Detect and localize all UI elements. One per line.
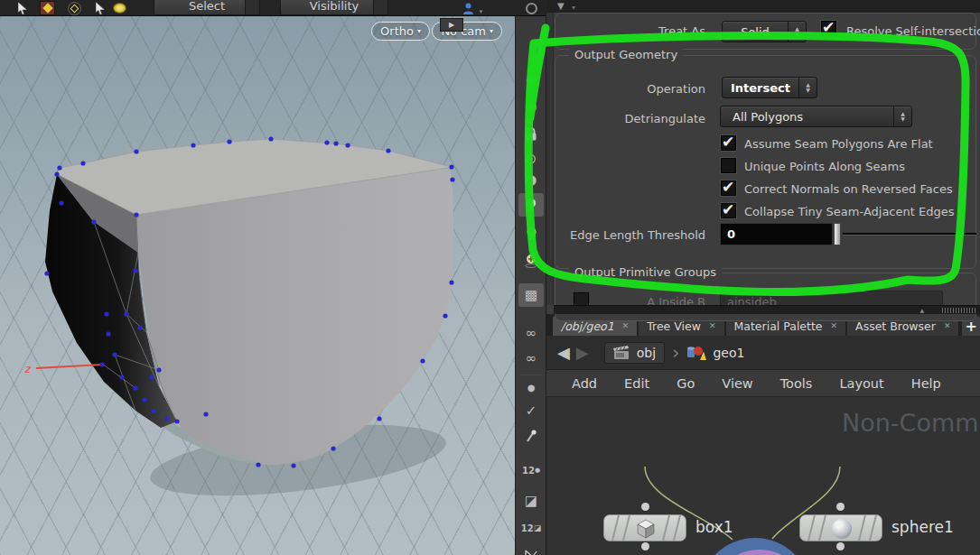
operation-dropdown[interactable]: Intersect ▲▼ [722,77,817,98]
pane-menu-small-icon[interactable]: ▾ [572,4,575,12]
add-visualizer-icon[interactable] [518,249,544,273]
collapse-tiny-edges-checkbox[interactable]: ✔ [721,203,736,218]
radial-menu-icon[interactable] [524,1,539,15]
display-points-icon[interactable]: ● [518,375,544,399]
select-mode-label: Select [189,0,225,13]
edge-length-threshold-label: Edge Length Threshold [555,228,705,242]
network-path-bar: ◀ ▶ obj › geo1 [546,336,980,370]
close-icon[interactable]: ✕ [831,321,838,330]
sphere-icon [832,519,852,539]
detriangulate-value: All Polygons [721,110,893,124]
camera-dropdown-icon: ▾ [490,27,493,35]
check-icon: ✔ [722,178,734,196]
select-mode-arrow [245,0,259,14]
boolean-mesh: z [0,16,515,555]
add-light-icon[interactable] [518,222,544,245]
network-editor-pane: /obj/geo1 ✕ Tree View ✕ Material Palette… [546,314,980,555]
ortho-view-button[interactable]: Ortho ▾ [371,22,430,41]
menu-tools[interactable]: Tools [767,376,826,391]
back-arrow-icon[interactable]: ◀ [557,343,570,362]
axis-z-label: z [24,363,32,375]
param-horizontal-scrollbar[interactable]: ▲ [554,305,980,314]
display-prims-icon[interactable]: ◪ [518,489,544,513]
ortho-dropdown-icon: ▾ [417,27,421,35]
point-numbers-icon[interactable]: 12● [518,458,544,482]
select-mode-dropdown[interactable]: Select [154,0,260,15]
treat-as-dropdown[interactable]: Solid ▲▼ [722,21,807,42]
scrollbar-arrow-icon[interactable]: ▲ [919,307,924,313]
close-icon[interactable]: ✕ [944,321,951,330]
menu-go[interactable]: Go [663,376,708,391]
select-cursor-icon[interactable] [14,1,30,15]
detriangulate-dropdown[interactable]: All Polygons ▲▼ [720,106,912,127]
lock-icon[interactable] [518,122,544,145]
breadcrumb-obj[interactable]: obj [604,342,665,364]
operation-label: Operation [555,82,705,96]
display-options-toolbar: ◈ ◉ ⊙ ◑ ▩ ∞ ∞ ● ✓ 12● ◪ 12◪ [515,16,546,555]
assume-seam-polygons-checkbox[interactable]: ✔ [721,135,736,151]
ortho-label: Ortho [380,24,414,38]
display-normals-icon[interactable] [518,424,544,448]
display-options-icon[interactable]: ▩ [518,283,544,307]
forward-arrow-icon[interactable]: ▶ [576,343,589,362]
node-box1[interactable] [603,514,686,541]
pane-expand-button[interactable]: ▶ [440,18,463,32]
detriangulate-spinner[interactable]: ▲▼ [893,106,911,126]
lighting-icon[interactable] [518,193,544,217]
profile-curve-icon[interactable] [518,543,544,555]
view-mode-icon[interactable]: ◈ [518,68,544,91]
selection-toolbar: Select Visibility ▾ [0,0,546,16]
show-points-glasses-icon[interactable]: ∞ [518,321,544,345]
box1-input-dot[interactable] [641,503,649,511]
menu-add[interactable]: Add [558,376,611,391]
display-vertices-icon[interactable]: ✓ [518,399,544,422]
network-canvas[interactable]: Non-Commercial box1 [546,397,980,555]
visibility-arrow [373,0,387,14]
pane-menu-icon[interactable]: ▼ [557,1,565,11]
paint-select-icon[interactable] [112,1,127,15]
sphere1-label: sphere1 [891,518,954,536]
show-prims-glasses-icon[interactable]: ∞ [518,347,544,370]
treat-as-spinner[interactable]: ▲▼ [788,22,806,42]
breadcrumb-separator-icon: › [672,342,679,364]
correct-normals-checkbox[interactable]: ✔ [721,180,736,196]
visibility-dropdown[interactable]: Visibility [280,0,388,15]
menu-edit[interactable]: Edit [611,376,663,391]
menu-help[interactable]: Help [898,376,955,391]
breadcrumb-obj-label: obj [637,346,656,360]
unique-points-label: Unique Points Along Seams [744,160,905,173]
treat-as-label: Treat As [555,24,705,38]
user-menu-arrow-icon[interactable]: ▾ [473,5,489,19]
pane-header: ▼ ▾ [546,0,980,13]
node-sphere1[interactable] [799,514,882,541]
box-icon [636,519,656,539]
menu-layout[interactable]: Layout [826,376,897,391]
resolve-self-intersection-checkbox[interactable]: ✔ [821,21,836,36]
geometry-node-icon [686,345,706,361]
operation-spinner[interactable]: ▲▼ [798,78,817,97]
menu-view[interactable]: View [708,376,766,391]
close-icon[interactable]: ✕ [622,321,630,330]
parameter-pane: ▼ ▾ Treat As Solid ▲▼ ✔ Resolve Self-int… [546,0,980,314]
viewport-3d[interactable]: z Ortho ▾ [0,16,515,555]
scrollbar-grip[interactable] [942,308,976,313]
edge-length-threshold-input[interactable]: 0 [720,223,833,245]
param-vertical-scrollbar[interactable] [546,13,554,305]
secure-select-cursor-icon[interactable] [92,1,107,15]
unique-points-checkbox[interactable] [721,158,736,173]
edge-length-slider-handle[interactable] [834,223,841,245]
lasso-select-icon[interactable] [67,1,82,15]
shading-mode-icon[interactable]: ◑ [518,168,544,191]
box1-output-dot[interactable] [641,542,649,550]
collapse-tiny-edges-label: Collapse Tiny Seam-Adjacent Edges [744,205,954,218]
sphere1-output-dot[interactable] [836,542,845,550]
sphere1-input-dot[interactable] [836,503,845,511]
edge-length-slider-track[interactable] [843,233,976,236]
prim-numbers-icon[interactable]: 12◪ [518,516,544,540]
close-icon[interactable]: ✕ [709,321,716,330]
isolate-selection-icon[interactable]: ◉ [518,95,544,118]
box-select-icon[interactable] [40,1,55,15]
output-primitive-groups-title: Output Primitive Groups [569,265,722,279]
operation-value: Intersect [723,81,798,95]
breadcrumb-geo1[interactable]: geo1 [686,345,744,361]
